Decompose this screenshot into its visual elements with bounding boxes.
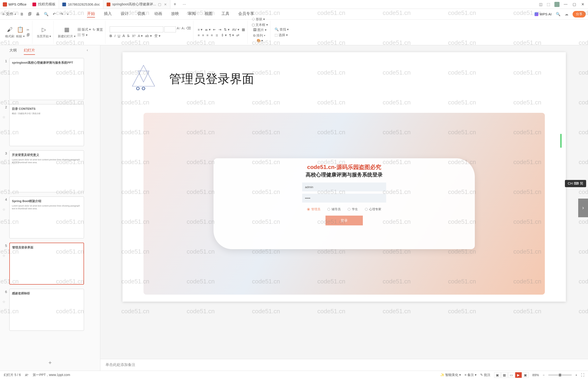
slide-thumbnail[interactable]: 感谢老师聆听 xyxy=(9,289,84,331)
zoom-value[interactable]: 89% xyxy=(533,373,539,377)
star-icon[interactable]: ☆ xyxy=(2,63,7,73)
arrange-button[interactable]: ⧉ 排列 ▾ xyxy=(253,33,267,38)
zoom-slider[interactable] xyxy=(548,375,572,376)
fill-button[interactable]: 🎨 ▾ xyxy=(257,39,263,42)
clear-format-icon[interactable]: ⌫ xyxy=(186,26,191,32)
indent-dec-button[interactable]: ⇤ xyxy=(213,28,216,32)
italic-button[interactable]: I xyxy=(114,34,115,38)
change-case-button[interactable]: 变 ▾ xyxy=(154,34,161,38)
login-button[interactable]: 登录 xyxy=(325,216,363,225)
outline-tab[interactable]: 大纲 xyxy=(9,48,17,55)
menu-tab-3[interactable]: 切换 xyxy=(137,11,145,17)
start-current-button[interactable]: 当页开始 ▾ xyxy=(37,34,51,38)
presenter-view-button[interactable]: ▣ xyxy=(522,372,529,378)
role-3[interactable]: 心理专家 xyxy=(365,207,381,211)
shape-button[interactable]: ◇ 形状 ▾ xyxy=(252,17,268,21)
menu-tab-7[interactable]: 视图 xyxy=(205,11,213,17)
picture-button[interactable]: 🖼 图片 ▾ xyxy=(253,28,267,32)
new-slide-icon[interactable]: ▦ xyxy=(64,26,69,33)
slide-thumbnail[interactable]: 开发背景及研究意义Lorem ipsum dolor sit amet text… xyxy=(9,150,84,192)
underline-button[interactable]: U xyxy=(118,34,120,38)
tab-doc[interactable]: 1678632825306.doc xyxy=(59,0,103,9)
print-icon[interactable]: 🖶 xyxy=(36,12,40,16)
line-spacing-button[interactable]: ⇕ ▾ xyxy=(221,33,227,37)
menu-tab-0[interactable]: 开始 xyxy=(87,11,95,17)
menu-tab-6[interactable]: 审阅 xyxy=(188,11,196,17)
cloud-icon[interactable]: ☁ xyxy=(565,12,568,16)
role-2[interactable]: 学生 xyxy=(348,207,358,211)
font-name-input[interactable] xyxy=(110,26,163,32)
file-menu[interactable]: 文件 xyxy=(6,12,13,16)
numbering-button[interactable]: ≣ ▾ xyxy=(205,28,211,32)
reading-view-button[interactable]: ▭ xyxy=(508,372,515,378)
spellcheck-icon[interactable]: Аᵇ xyxy=(25,373,29,377)
star-icon[interactable]: ☆ xyxy=(2,109,7,119)
find-button[interactable]: 🔍 查找 ▾ xyxy=(275,28,289,32)
export-icon[interactable]: 🗐 xyxy=(28,12,32,16)
notes-button[interactable]: ≡ 备注 ▾ xyxy=(465,373,476,377)
tab-template[interactable]: 找稻壳模板 xyxy=(29,0,59,9)
font-size-input[interactable] xyxy=(164,26,176,32)
menu-tab-5[interactable]: 放映 xyxy=(171,11,179,17)
username-input[interactable] xyxy=(302,183,386,191)
zoom-in-button[interactable]: + xyxy=(575,373,577,377)
search-icon[interactable]: 🔍 xyxy=(556,12,560,16)
slide-canvas[interactable]: 管理员登录界面 code51.cn-源码乐园盗图必究 高校心理健康评测与服务系统… xyxy=(122,52,566,302)
columns-button[interactable]: ▦ xyxy=(242,28,245,32)
menu-tab-1[interactable]: 插入 xyxy=(104,11,112,17)
tab-close-icon[interactable]: ✕ xyxy=(164,2,167,6)
role-0[interactable]: 管理员 xyxy=(307,207,320,211)
paste-icon[interactable]: 📋 xyxy=(17,26,24,33)
menu-tab-2[interactable]: 设计 xyxy=(121,11,129,17)
sidebar-collapse-icon[interactable]: ‹ xyxy=(87,48,88,55)
reset-button[interactable]: ↻ 重置 xyxy=(93,28,103,32)
strike2-button[interactable]: S̶ xyxy=(127,34,130,38)
section-button[interactable]: ▤ 节 ▾ xyxy=(77,33,91,37)
format-brush-icon[interactable]: 🖌 xyxy=(7,26,13,33)
text-dir-button[interactable]: ⇅ ▾ xyxy=(224,28,230,32)
font-dec-icon[interactable]: A↓ xyxy=(182,26,185,32)
role-1[interactable]: 辅导员 xyxy=(327,207,341,211)
font-color-button[interactable]: A ▾ xyxy=(138,34,143,38)
minimize-button[interactable]: — xyxy=(564,2,568,7)
review-button[interactable]: ✎ 批注 xyxy=(480,373,490,377)
zoom-out-button[interactable]: − xyxy=(543,373,545,377)
char-spacing-button[interactable]: AV ▾ xyxy=(232,28,239,32)
slide-thumbnail[interactable]: 目录 CONTENTS概述 / 关键技术介绍 / 系统分析 xyxy=(9,104,84,146)
play-icon[interactable]: ▷ xyxy=(42,26,46,33)
para-spacing-button[interactable]: ¶ ▾ xyxy=(229,33,234,37)
slides-tab[interactable]: 幻灯片 xyxy=(24,48,35,55)
align-justify-button[interactable]: ≡ xyxy=(211,33,213,37)
share-button[interactable]: 分享 xyxy=(572,11,586,17)
beautify-button[interactable]: ✨ 智能美化 ▾ xyxy=(440,373,461,377)
align-left-button[interactable]: ≡ xyxy=(198,33,200,37)
menu-tab-8[interactable]: 工具 xyxy=(221,11,229,17)
avatar-icon[interactable] xyxy=(554,2,559,7)
bullets-button[interactable]: ≡ ▾ xyxy=(198,28,202,32)
fit-button[interactable]: ⛶ xyxy=(581,373,584,377)
select-button[interactable]: ⬚ 选择 ▾ xyxy=(275,33,289,37)
preview-icon[interactable]: 🔍 xyxy=(44,12,49,16)
menu-tab-9[interactable]: 会员专享 xyxy=(238,11,254,17)
layout-button[interactable]: ▦ 版式 ▾ xyxy=(77,28,91,32)
slide-thumbnail[interactable]: Spring Boot框架介绍Lorem ipsum dolor sit ame… xyxy=(9,196,84,238)
normal-view-button[interactable]: ▣ xyxy=(494,372,501,378)
tab-add-button[interactable]: + xyxy=(170,2,180,7)
slide-thumbnail[interactable]: 管理员登录界面 xyxy=(9,243,84,284)
panel-icon[interactable]: ◫ xyxy=(539,2,542,7)
align-center-button[interactable]: ≡ xyxy=(202,33,204,37)
new-slide-button[interactable]: 新建幻灯片 ▾ xyxy=(58,34,76,38)
textbox-button[interactable]: ▢ 文本框 ▾ xyxy=(252,23,268,27)
align-right-button[interactable]: ≡ xyxy=(206,33,209,37)
menu-tab-4[interactable]: 动画 xyxy=(154,11,162,17)
sorter-view-button[interactable]: ▦ xyxy=(501,372,508,378)
font-inc-icon[interactable]: A↑ xyxy=(177,26,181,32)
star-icon[interactable]: ☆ xyxy=(2,155,7,165)
undo-icon[interactable]: ↶ xyxy=(53,12,56,16)
rtl-button[interactable]: ⇄ xyxy=(236,33,239,37)
star-icon[interactable]: ☆ xyxy=(2,248,7,258)
paste-button[interactable]: 粘贴 ▾ xyxy=(16,34,25,38)
star-icon[interactable]: ☆ xyxy=(2,201,7,212)
add-slide-button[interactable]: + xyxy=(0,355,100,371)
star-icon[interactable]: ☆ xyxy=(2,294,7,304)
